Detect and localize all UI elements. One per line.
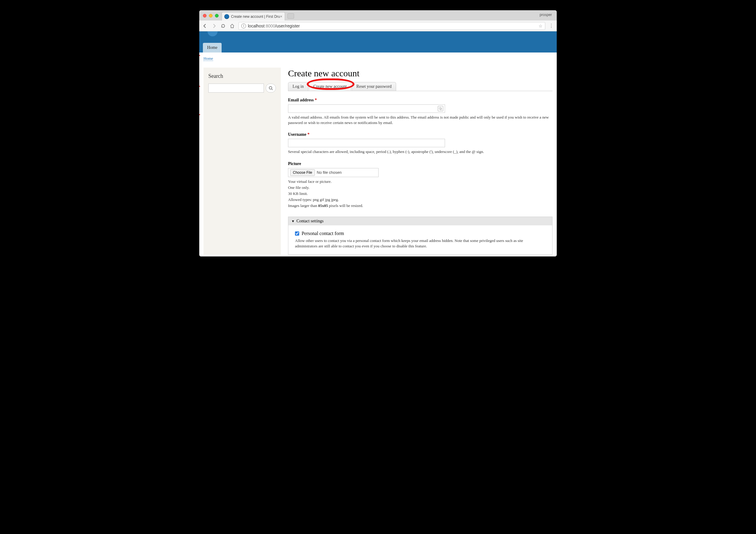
browser-window: Create new account | First Dru × prosper… — [199, 10, 557, 256]
email-label: Email address — [288, 98, 314, 102]
back-button[interactable] — [202, 23, 208, 29]
picture-help-1: Your virtual face or picture. — [288, 179, 553, 184]
primary-nav: Home — [199, 41, 557, 53]
personal-contact-checkbox[interactable] — [295, 231, 299, 236]
picture-help-5: Images larger than 85x85 pixels will be … — [288, 203, 553, 209]
search-button[interactable] — [266, 84, 276, 93]
picture-label: Picture — [288, 162, 553, 166]
tab-bar: Create new account | First Dru × prosper — [199, 10, 557, 20]
page-title: Create new account — [288, 68, 553, 78]
address-bar[interactable]: i localhost:8000/user/register ☆ — [238, 22, 545, 30]
maximize-window-button[interactable] — [215, 14, 219, 17]
contact-help: Allow other users to contact you via a p… — [295, 238, 546, 249]
file-status-text: No file chosen — [317, 170, 341, 175]
url-path: /user/register — [275, 24, 300, 28]
breadcrumb-home-link[interactable]: Home — [203, 56, 213, 61]
tab-reset-password[interactable]: Reset your password — [352, 82, 396, 91]
username-field-block: Username * Several special characters ar… — [288, 132, 553, 154]
reload-button[interactable] — [220, 23, 226, 29]
search-icon — [268, 86, 273, 90]
personal-contact-label: Personal contact form — [302, 231, 344, 236]
page-viewport: Home Home Search — [199, 31, 557, 256]
username-label: Username — [288, 132, 307, 137]
username-field[interactable] — [288, 139, 445, 147]
local-tabs: Log in Create new account Reset your pas… — [288, 82, 553, 91]
email-field[interactable] — [288, 104, 445, 113]
email-help: A valid email address. All emails from t… — [288, 114, 553, 125]
bookmark-star-icon[interactable]: ☆ — [539, 24, 543, 28]
annotation-arrow-3 — [199, 108, 201, 119]
browser-toolbar: i localhost:8000/user/register ☆ ⋮ — [199, 20, 557, 31]
site-info-icon[interactable]: i — [241, 24, 246, 28]
svg-line-1 — [272, 89, 273, 90]
window-controls — [202, 14, 220, 20]
close-window-button[interactable] — [203, 14, 206, 17]
nav-home-link[interactable]: Home — [203, 43, 222, 53]
sidebar: Search — [203, 67, 281, 255]
search-input[interactable] — [208, 84, 264, 93]
main-content: Create new account Log in Create new acc… — [288, 67, 553, 255]
tab-create-account[interactable]: Create new account — [309, 82, 351, 91]
url-host: localhost — [248, 24, 264, 28]
picture-help-4: Allowed types: png gif jpg jpeg. — [288, 197, 553, 202]
contact-settings-summary[interactable]: Contact settings — [288, 217, 552, 225]
choose-file-button[interactable]: Choose File — [290, 169, 315, 176]
username-help: Several special characters are allowed, … — [288, 149, 553, 154]
minimize-window-button[interactable] — [209, 14, 213, 17]
tab-title: Create new account | First Dru — [231, 14, 280, 19]
search-heading: Search — [208, 73, 276, 79]
home-icon[interactable] — [230, 23, 235, 29]
contact-settings-panel: Contact settings Personal contact form A… — [288, 216, 553, 255]
picture-file-input[interactable]: Choose File No file chosen — [288, 168, 379, 177]
svg-marker-4 — [199, 109, 201, 119]
forward-button[interactable] — [211, 23, 217, 29]
picture-help-3: 30 KB limit. — [288, 191, 553, 196]
site-logo-icon — [206, 31, 219, 38]
close-tab-icon[interactable]: × — [280, 14, 282, 19]
site-header — [199, 31, 557, 41]
breadcrumb: Home — [199, 53, 557, 64]
browser-menu-button[interactable]: ⋮ — [549, 23, 554, 29]
picture-help-2: One file only. — [288, 185, 553, 191]
contact-card-icon — [438, 106, 443, 111]
profile-name[interactable]: prosper — [540, 13, 552, 17]
svg-point-0 — [269, 87, 272, 89]
tab-login[interactable]: Log in — [288, 82, 308, 91]
required-marker: * — [307, 132, 310, 137]
required-marker: * — [314, 98, 317, 102]
annotation-arrow-2 — [199, 80, 201, 90]
url-port: :8000 — [264, 24, 275, 28]
email-field-block: Email address * A valid email address. A… — [288, 98, 553, 125]
new-tab-button[interactable] — [287, 13, 294, 19]
drupal-favicon-icon — [224, 14, 229, 19]
picture-field-block: Picture Choose File No file chosen Your … — [288, 162, 553, 209]
browser-tab[interactable]: Create new account | First Dru × — [222, 12, 285, 20]
svg-marker-3 — [199, 81, 201, 90]
